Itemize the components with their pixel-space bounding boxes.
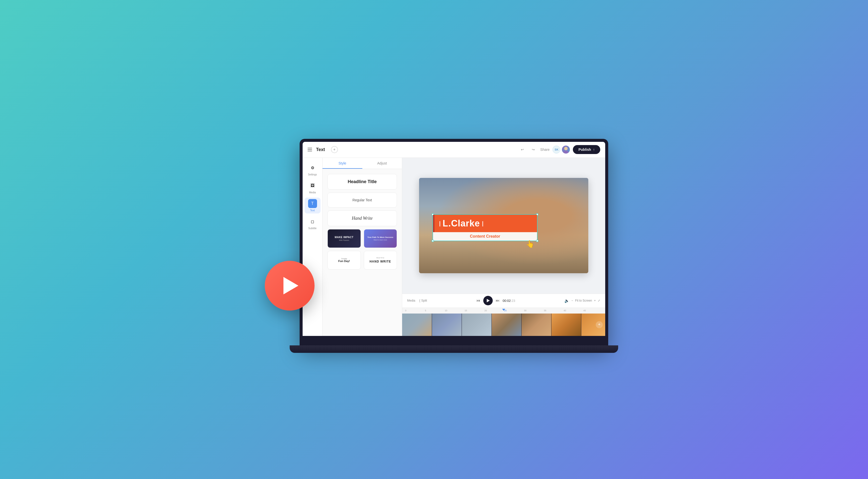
headline-title-item[interactable]: Headline Title — [328, 174, 397, 190]
ruler-mark-40: 40 — [563, 309, 583, 312]
youtube-play-icon — [283, 277, 299, 294]
template-sunday[interactable]: Sunday Fun Day! — [328, 251, 361, 269]
media-icon: 🖼 — [308, 181, 317, 190]
sidebar-label-media: Media — [309, 191, 316, 194]
handwrite-text: Hand Write — [352, 216, 373, 221]
avatar-initials: SK — [553, 146, 560, 154]
tab-adjust[interactable]: Adjust — [362, 158, 402, 169]
time-current: 00:02 — [503, 299, 511, 302]
sidebar-label-settings: Settings — [308, 173, 317, 176]
fit-screen-label[interactable]: Fit to Screen — [575, 299, 592, 302]
handwrite-text-item[interactable]: Hand Write — [328, 211, 397, 226]
text-selection-box[interactable]: | L.Clarke | Content Creator 👆 — [433, 214, 537, 241]
ruler-mark-30: 30 — [524, 309, 544, 312]
sidebar-label-text: Text — [310, 209, 315, 212]
true-path-title: True Path To More Success — [367, 236, 393, 238]
upload-icon: ↑ — [593, 148, 595, 152]
expand-button[interactable]: ⤢ — [598, 299, 600, 302]
cursor-left: | — [439, 220, 440, 227]
split-label: Split — [421, 299, 427, 302]
template-handwrite[interactable]: Hand Write HAND WRITE — [364, 251, 397, 269]
film-frame-5[interactable] — [522, 314, 552, 336]
make-impact-title: MAKE IMPACT — [335, 236, 353, 239]
timeline-controls-bar: Media { Split ⏮ ⏭ 00:02:23 — [402, 294, 605, 308]
regular-text-item[interactable]: Regular Text — [328, 193, 397, 207]
playhead[interactable] — [502, 309, 505, 311]
handle-bottom-left[interactable] — [432, 240, 434, 242]
sidebar-item-media[interactable]: 🖼 Media — [305, 180, 320, 196]
top-bar: Text + ↩ ↪ Share SK — [303, 142, 605, 158]
split-bracket-icon: { — [419, 299, 420, 302]
handle-bottom-right[interactable] — [536, 240, 538, 242]
template-grid: MAKE IMPACT With Passion True Path To Mo… — [328, 229, 397, 269]
panel-content: Headline Title Regular Text Hand Write M… — [322, 169, 402, 336]
ruler-mark-45: 45 — [583, 309, 603, 312]
undo-button[interactable]: ↩ — [518, 146, 526, 154]
video-canvas[interactable]: | L.Clarke | Content Creator 👆 — [419, 178, 588, 273]
tab-style[interactable]: Style — [322, 158, 362, 169]
template-make-impact[interactable]: MAKE IMPACT With Passion — [328, 229, 361, 248]
svg-point-1 — [563, 151, 569, 154]
panel-tabs: Style Adjust — [322, 158, 402, 169]
top-bar-left: Text + — [308, 146, 338, 153]
sidebar-item-subtitle[interactable]: ◻ Subtitle — [305, 216, 320, 231]
publish-button[interactable]: Publish ↑ — [573, 145, 600, 154]
sidebar-item-settings[interactable]: ⚙ Settings — [305, 162, 320, 178]
media-button[interactable]: Media — [407, 299, 415, 302]
page-title: Text — [316, 147, 325, 152]
ruler-mark-10: 10 — [444, 309, 464, 312]
sunday-title: Fun Day! — [338, 259, 350, 262]
plus-zoom-button[interactable]: + — [594, 299, 596, 302]
laptop-base — [290, 345, 618, 353]
minus-zoom-button[interactable]: − — [571, 299, 573, 302]
add-frame-button[interactable]: + — [596, 321, 603, 328]
sunday-prefix: Sunday — [341, 258, 347, 259]
film-frame-1[interactable] — [402, 314, 432, 336]
hw-title: HAND WRITE — [370, 260, 391, 263]
cursor-right: | — [482, 220, 484, 227]
film-frame-3[interactable] — [462, 314, 492, 336]
skip-back-button[interactable]: ⏮ — [476, 298, 480, 303]
headline-text: Headline Title — [348, 179, 377, 184]
banner-name-text: L.Clarke — [443, 218, 480, 229]
timeline-ruler: 0 5 10 15 20 25 30 35 40 45 — [402, 308, 605, 314]
hw-prefix: Hand Write — [376, 257, 384, 259]
template-true-path[interactable]: True Path To More Success Watch to learn… — [364, 229, 397, 248]
svg-point-0 — [564, 147, 568, 150]
play-button[interactable] — [483, 296, 493, 305]
hamburger-menu[interactable] — [308, 148, 312, 151]
laptop-body: Text + ↩ ↪ Share SK — [300, 139, 608, 345]
text-icon: T — [308, 199, 317, 208]
fit-screen-controls: 🔈 − Fit to Screen + ⤢ — [564, 298, 600, 303]
subtitle-icon: ◻ — [308, 217, 317, 226]
add-button[interactable]: + — [331, 146, 338, 153]
editor-area: | L.Clarke | Content Creator 👆 — [402, 158, 605, 336]
make-impact-sub: With Passion — [339, 240, 349, 241]
redo-button[interactable]: ↪ — [529, 146, 537, 154]
sidebar-item-text[interactable]: T Text — [305, 198, 320, 214]
filmstrip: + — [402, 314, 605, 336]
ruler-mark-25: 25 — [504, 309, 524, 312]
time-seconds: 23 — [512, 299, 515, 302]
cursor-hand-icon: 👆 — [526, 240, 534, 248]
film-frame-6[interactable] — [552, 314, 581, 336]
laptop-screen: Text + ↩ ↪ Share SK — [303, 142, 605, 336]
timeline-playback-controls: ⏮ ⏭ 00:02:23 — [476, 296, 516, 305]
time-display: 00:02:23 — [503, 299, 516, 302]
skip-forward-button[interactable]: ⏭ — [496, 298, 500, 303]
true-path-sub: Watch to learn more — [374, 239, 387, 241]
text-panel: Style Adjust Headline Title Regular Text… — [322, 158, 402, 336]
split-button[interactable]: { Split — [419, 299, 427, 302]
top-bar-right: ↩ ↪ Share SK Publish — [518, 145, 600, 154]
volume-button[interactable]: 🔈 — [564, 298, 569, 303]
film-frame-4[interactable] — [492, 314, 522, 336]
ruler-mark-35: 35 — [543, 309, 563, 312]
ruler-mark-5: 5 — [425, 309, 444, 312]
sidebar-label-subtitle: Subtitle — [308, 227, 316, 230]
name-banner[interactable]: | L.Clarke | — [433, 215, 537, 232]
avatar-container: SK — [553, 146, 570, 154]
ruler-mark-15: 15 — [464, 309, 484, 312]
film-frame-2[interactable] — [432, 314, 462, 336]
main-content: ⚙ Settings 🖼 Media T Text ◻ Subtitle — [303, 158, 605, 336]
sidebar: ⚙ Settings 🖼 Media T Text ◻ Subtitle — [303, 158, 322, 336]
